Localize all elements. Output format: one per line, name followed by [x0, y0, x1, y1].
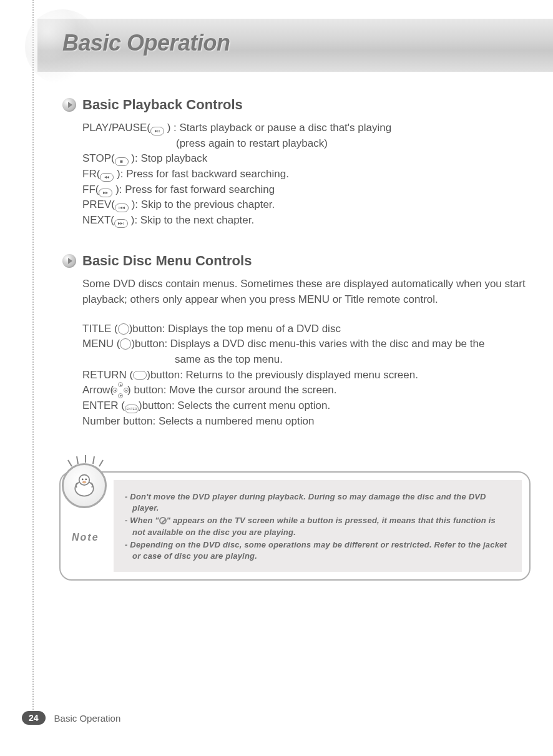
page-number-badge: 24 [22, 711, 46, 725]
text: ): Press for fast forward searching [112, 184, 275, 195]
text: same as the top menu. [82, 352, 528, 368]
note-item: - Don't move the DVD player during playb… [125, 491, 511, 514]
text: ENTER ( [82, 400, 125, 411]
prohibit-icon [159, 517, 167, 524]
main-content: Basic Playback Controls PLAY/PAUSE(▸ıı )… [62, 97, 528, 454]
menu-body: Some DVD discs contain menus. Sometimes … [62, 277, 528, 429]
page-footer: 24 Basic Operation [22, 711, 120, 725]
text: PLAY/PAUSE( [82, 122, 150, 134]
note-box: Note - Don't move the DVD player during … [59, 471, 531, 581]
fast-forward-icon: ▸▸ [99, 189, 112, 197]
stop-icon: ■ [115, 157, 129, 166]
text: FF( [82, 184, 99, 195]
playback-body: PLAY/PAUSE(▸ıı ) : Starts playback or pa… [62, 120, 528, 228]
svg-line-0 [68, 460, 72, 466]
svg-line-1 [77, 456, 78, 464]
section-menu-controls: Basic Disc Menu Controls Some DVD discs … [62, 253, 528, 429]
svg-line-3 [93, 456, 94, 464]
text: Number button: Selects a numbered menu o… [82, 414, 528, 430]
section-playback-controls: Basic Playback Controls PLAY/PAUSE(▸ıı )… [62, 97, 528, 228]
next-icon: ▸▸ı [114, 219, 128, 228]
prev-icon: ı◂◂ [115, 204, 129, 212]
section-title: Basic Disc Menu Controls [82, 253, 252, 269]
text: )button: Returns to the previously displ… [147, 369, 418, 381]
svg-point-6 [79, 475, 90, 486]
text: )button: Displays the top menu of a DVD … [129, 323, 341, 335]
text: RETURN ( [82, 369, 133, 381]
section-title: Basic Playback Controls [82, 97, 243, 113]
note-content: - Don't move the DVD player during playb… [114, 480, 522, 572]
arrow-buttons-icon: ▴▾◂▸ [114, 383, 127, 397]
text: NEXT( [82, 214, 114, 226]
svg-point-9 [82, 481, 86, 483]
title-button-icon [118, 323, 129, 335]
intro-text: Some DVD discs contain menus. Sometimes … [82, 277, 528, 307]
play-bullet-icon [62, 254, 76, 268]
text: MENU ( [82, 338, 120, 350]
note-mascot-icon [56, 454, 115, 513]
return-button-icon [133, 371, 147, 380]
text: FR( [82, 168, 100, 180]
play-bullet-icon [62, 98, 76, 112]
text: ) button: Move the cursor around the scr… [127, 384, 336, 396]
svg-point-7 [82, 479, 84, 481]
note-item: - When "" appears on the TV screen while… [125, 515, 511, 538]
play-pause-icon: ▸ıı [150, 127, 164, 135]
fast-rewind-icon: ◂◂ [100, 173, 114, 182]
text: ): Skip to the previous chapter. [129, 199, 275, 210]
text: PREV( [82, 199, 115, 210]
text: TITLE ( [82, 323, 118, 335]
text: Arrow( [82, 384, 114, 396]
menu-button-icon [120, 338, 131, 350]
footer-label: Basic Operation [54, 713, 121, 724]
text: (press again to restart playback) [82, 136, 528, 152]
text: ): Press for fast backward searching. [114, 168, 289, 180]
text: ) : Starts playback or pause a disc that… [164, 122, 391, 134]
text: )button: Selects the current menu option… [139, 400, 330, 411]
page-title: Basic Operation [62, 30, 230, 56]
svg-point-8 [85, 479, 87, 481]
note-item: - Depending on the DVD disc, some operat… [125, 539, 511, 562]
vertical-dotted-rule [32, 0, 34, 712]
svg-line-4 [99, 460, 103, 466]
note-label: Note [72, 532, 99, 543]
text: ): Stop playback [129, 152, 208, 164]
text: )button: Displays a DVD disc menu-this v… [131, 338, 484, 350]
enter-button-icon: ENTER [125, 405, 139, 413]
text: STOP( [82, 152, 115, 164]
text: ): Skip to the next chapter. [128, 214, 254, 226]
